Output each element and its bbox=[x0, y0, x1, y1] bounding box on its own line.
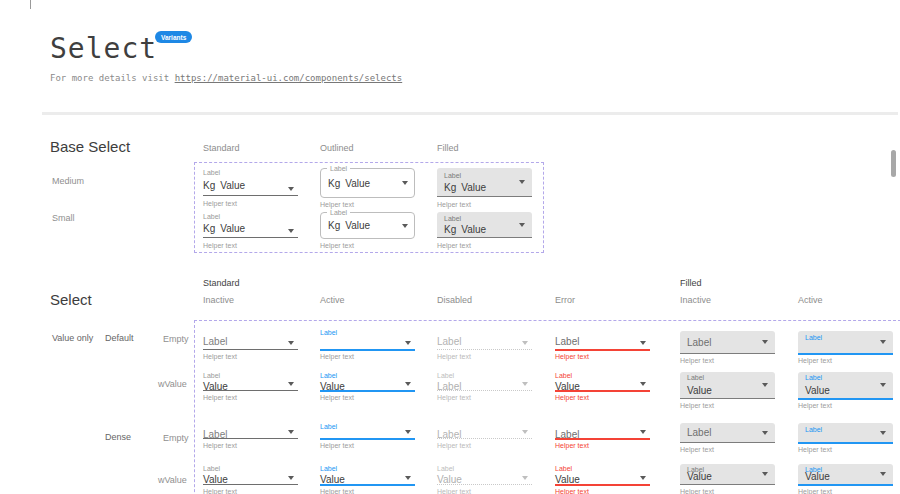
column-header-filled: Filled bbox=[437, 143, 459, 153]
select-standard-inactive-wvalue[interactable]: LabelValueHelper text bbox=[203, 372, 298, 404]
caret-down-icon bbox=[405, 476, 411, 480]
select-outline-box: LabelKgValue bbox=[320, 212, 415, 239]
select-standard-error-wvalue[interactable]: LabelValueHelper text bbox=[555, 372, 650, 404]
select-standard-disabled-dense-wvalue[interactable]: LabelValueHelper text bbox=[437, 465, 532, 494]
select-filled-box: LabelKgValue bbox=[437, 212, 532, 238]
select-label: Label bbox=[555, 465, 572, 473]
select-label: Label bbox=[555, 372, 572, 380]
select-states-frame bbox=[194, 320, 900, 494]
material-ui-link[interactable]: https://material-ui.com/components/selec… bbox=[175, 73, 403, 83]
value-text: Value bbox=[220, 223, 245, 234]
select-states-heading: Select bbox=[50, 291, 92, 308]
value-prefix: Kg bbox=[203, 180, 215, 191]
caret-down-icon bbox=[522, 476, 528, 480]
select-underline bbox=[555, 438, 650, 440]
select-filled-inactive-wvalue[interactable]: LabelValueHelper text bbox=[680, 372, 775, 412]
select-standard-inactive-dense-wvalue[interactable]: LabelValueHelper text bbox=[203, 465, 298, 494]
canvas-edge-mark bbox=[30, 0, 31, 9]
value-text: Value bbox=[461, 224, 486, 235]
helper-text: Helper text bbox=[320, 353, 354, 361]
column-header-standard: Standard bbox=[203, 143, 240, 153]
state-header-error: Error bbox=[555, 295, 575, 305]
select-label: Label bbox=[805, 334, 822, 342]
spec-canvas: Select Variants For more details visit h… bbox=[0, 0, 900, 494]
value-prefix: Kg bbox=[444, 182, 456, 193]
select-standard-error-empty[interactable]: LabelHelper text bbox=[555, 329, 650, 363]
caret-down-icon bbox=[288, 430, 294, 434]
select-filled-box: LabelValue bbox=[798, 464, 893, 486]
select-underline bbox=[437, 484, 532, 485]
caret-down-icon bbox=[402, 181, 408, 185]
select-filled-inactive-dense-empty[interactable]: LabelHelper text bbox=[680, 423, 775, 456]
caret-down-icon bbox=[519, 180, 525, 184]
select-underline bbox=[203, 195, 298, 196]
select-base-outlined[interactable]: LabelKgValueHelper text bbox=[320, 211, 415, 253]
select-standard-disabled-empty[interactable]: LabelHelper text bbox=[437, 329, 532, 363]
select-filled-box: Label bbox=[680, 331, 775, 354]
helper-text: Helper text bbox=[320, 488, 354, 494]
select-label: Label bbox=[437, 372, 454, 380]
select-filled-active-dense-empty[interactable]: LabelHelper text bbox=[798, 423, 893, 456]
select-underline bbox=[555, 390, 650, 392]
value-text: Value bbox=[687, 385, 712, 396]
select-label: Label bbox=[203, 169, 220, 177]
select-filled-inactive-dense-wvalue[interactable]: LabelValueHelper text bbox=[680, 464, 775, 494]
select-standard-error-dense-wvalue[interactable]: LabelValueHelper text bbox=[555, 465, 650, 494]
caret-down-icon bbox=[405, 430, 411, 434]
caret-down-icon bbox=[640, 341, 646, 345]
select-underline bbox=[437, 349, 532, 350]
variants-badge: Variants bbox=[155, 31, 192, 43]
caret-down-icon bbox=[762, 431, 768, 435]
caret-down-icon bbox=[405, 382, 411, 386]
scrollbar-thumb[interactable] bbox=[891, 150, 896, 177]
select-filled-active-empty[interactable]: LabelHelper text bbox=[798, 331, 893, 367]
helper-text: Helper text bbox=[437, 242, 471, 250]
caret-down-icon bbox=[640, 430, 646, 434]
row-label-empty-1: Empty bbox=[163, 334, 189, 344]
select-underline bbox=[320, 438, 415, 440]
group-header-filled: Filled bbox=[680, 278, 702, 288]
caret-down-icon bbox=[762, 340, 768, 344]
helper-text: Helper text bbox=[798, 446, 832, 454]
select-label: Label bbox=[320, 372, 337, 380]
select-filled-inactive-empty[interactable]: LabelHelper text bbox=[680, 331, 775, 367]
select-standard-active-empty[interactable]: LabelHelper text bbox=[320, 329, 415, 363]
helper-text: Helper text bbox=[437, 201, 471, 209]
select-standard-error-dense-empty[interactable]: LabelHelper text bbox=[555, 423, 650, 452]
select-filled-active-wvalue[interactable]: LabelValueHelper text bbox=[798, 372, 893, 412]
select-standard-disabled-wvalue[interactable]: LabelLabelHelper text bbox=[437, 372, 532, 404]
page-title: Select bbox=[50, 32, 157, 65]
select-outline-box: LabelKgValue bbox=[320, 168, 415, 198]
helper-text: Helper text bbox=[203, 488, 237, 494]
select-label: Label bbox=[320, 465, 337, 473]
select-base-filled[interactable]: LabelKgValueHelper text bbox=[437, 167, 532, 209]
select-label: Label bbox=[444, 215, 461, 223]
select-base-filled[interactable]: LabelKgValueHelper text bbox=[437, 211, 532, 253]
caret-down-icon bbox=[288, 476, 294, 480]
helper-text: Helper text bbox=[437, 353, 471, 361]
select-standard-inactive-empty[interactable]: LabelHelper text bbox=[203, 329, 298, 363]
select-base-standard[interactable]: LabelKgValueHelper text bbox=[203, 211, 298, 253]
select-label: Label bbox=[444, 172, 461, 180]
select-filled-active-dense-wvalue[interactable]: LabelValueHelper text bbox=[798, 464, 893, 494]
select-standard-active-wvalue[interactable]: LabelValueHelper text bbox=[320, 372, 415, 404]
caret-down-icon bbox=[880, 383, 886, 387]
select-standard-disabled-dense-empty[interactable]: LabelHelper text bbox=[437, 423, 532, 452]
select-base-outlined[interactable]: LabelKgValueHelper text bbox=[320, 167, 415, 209]
row-group-value-only: Value only bbox=[52, 333, 93, 343]
helper-text: Helper text bbox=[203, 200, 237, 208]
helper-text: Helper text bbox=[203, 242, 237, 250]
helper-text: Helper text bbox=[437, 488, 471, 494]
column-header-outlined: Outlined bbox=[320, 143, 354, 153]
state-header-filled-inactive: Inactive bbox=[680, 295, 711, 305]
select-base-standard[interactable]: LabelKgValueHelper text bbox=[203, 167, 298, 209]
select-label: Label bbox=[320, 423, 337, 431]
select-standard-active-dense-wvalue[interactable]: LabelValueHelper text bbox=[320, 465, 415, 494]
helper-text: Helper text bbox=[680, 402, 714, 410]
caret-down-icon bbox=[288, 341, 294, 345]
select-label: Label bbox=[320, 329, 337, 337]
select-standard-inactive-dense-empty[interactable]: LabelHelper text bbox=[203, 423, 298, 452]
caret-down-icon bbox=[405, 341, 411, 345]
select-standard-active-dense-empty[interactable]: LabelHelper text bbox=[320, 423, 415, 452]
helper-text: Helper text bbox=[555, 488, 589, 494]
